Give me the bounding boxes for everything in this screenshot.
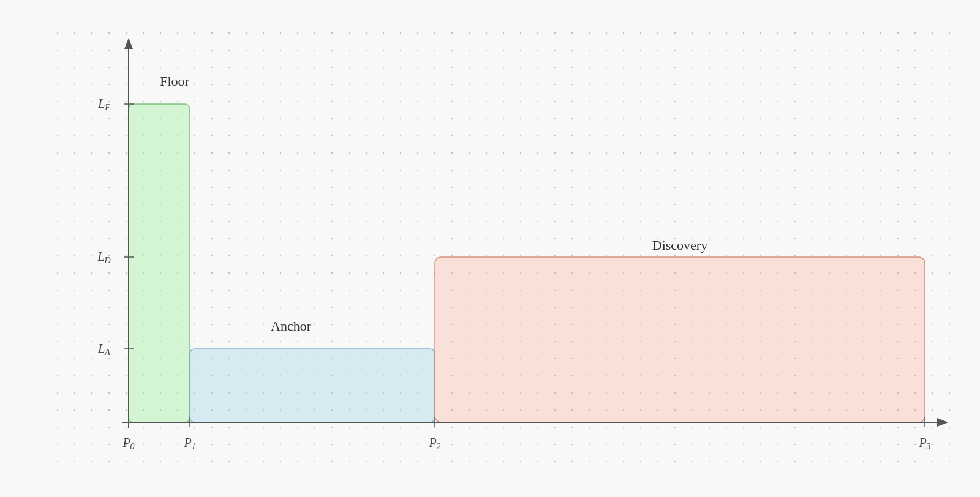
discovery-label: Discovery <box>652 237 707 253</box>
chart-container: LF LD LA P0 P1 P2 P3 Floor Anchor Discov… <box>49 24 956 471</box>
p1-label: P1 <box>183 436 195 451</box>
floor-region <box>129 104 190 422</box>
anchor-region <box>190 349 435 422</box>
discovery-region <box>435 257 925 422</box>
x-axis-arrow <box>937 418 948 427</box>
lf-label: LF <box>97 97 110 112</box>
chart-svg: LF LD LA P0 P1 P2 P3 Floor Anchor Discov… <box>49 24 956 471</box>
p3-label: P3 <box>918 436 930 451</box>
anchor-label: Anchor <box>271 318 312 334</box>
y-axis-arrow <box>124 38 133 49</box>
la-label: LA <box>97 342 110 357</box>
p2-label: P2 <box>428 436 440 451</box>
floor-label: Floor <box>160 73 189 89</box>
p0-label: P0 <box>122 436 134 451</box>
ld-label: LD <box>97 250 110 265</box>
